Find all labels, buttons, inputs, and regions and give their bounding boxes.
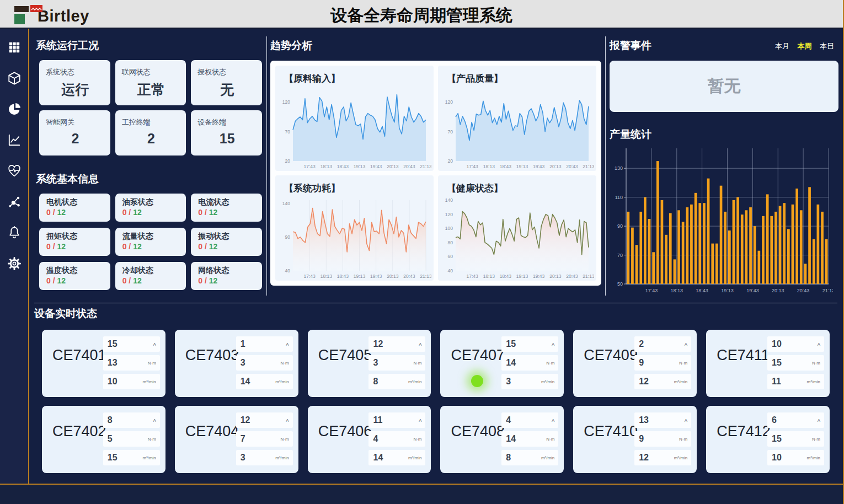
- info-card: 扭矩状态 0 / 12: [39, 228, 110, 256]
- device-name: CE7405: [318, 347, 372, 364]
- svg-text:120: 120: [445, 99, 453, 105]
- svg-text:21:13: 21:13: [583, 274, 594, 279]
- svg-text:40: 40: [448, 268, 453, 274]
- device-card[interactable]: CE7406 11 A 4 N·m 14 m³/min: [308, 406, 431, 473]
- info-card-value: 0 / 12: [122, 242, 186, 251]
- bell-icon[interactable]: [7, 225, 22, 240]
- device-value-row: 5 N·m: [103, 431, 160, 447]
- device-value-row: 6 A: [767, 412, 824, 428]
- device-card[interactable]: CE7405 12 A 3 N·m 8 m³/min: [308, 330, 431, 397]
- device-card[interactable]: CE7402 8 A 5 N·m 15 m³/min: [42, 406, 165, 473]
- device-unit: m³/min: [807, 455, 820, 460]
- info-card: 电流状态 0 / 12: [191, 194, 262, 222]
- alarm-filter-month[interactable]: 本月: [775, 42, 789, 50]
- system-info-grid: 电机状态 0 / 12 油泵状态 0 / 12 电流状态 0 / 12 扭矩状态…: [39, 194, 262, 290]
- alarm-filter-week[interactable]: 本周: [798, 42, 812, 50]
- info-total-count: 12: [133, 276, 142, 285]
- device-name: CE7412: [717, 423, 771, 440]
- cube-icon[interactable]: [7, 71, 22, 86]
- svg-text:110: 110: [615, 195, 623, 200]
- device-unit: N·m: [546, 361, 554, 366]
- info-card-value: 0 / 12: [46, 208, 110, 217]
- device-value-row: 14 N·m: [501, 431, 558, 447]
- svg-text:70: 70: [617, 253, 623, 258]
- raw-input-chart: 207012017:4318:1318:4319:1319:4320:1320:…: [277, 87, 431, 170]
- device-unit: A: [552, 342, 554, 347]
- info-card: 振动状态 0 / 12: [191, 228, 262, 256]
- alarm-empty-text: 暂无: [708, 75, 741, 98]
- device-value-row: 9 N·m: [634, 431, 691, 447]
- device-value: 14: [373, 453, 383, 463]
- svg-text:90: 90: [617, 223, 623, 229]
- info-card-label: 电流状态: [198, 197, 262, 207]
- device-value: 13: [108, 358, 117, 368]
- device-grid: CE7401 15 A 13 N·m 10 m³/min CE7403 1 A …: [34, 330, 837, 473]
- info-card-label: 电机状态: [46, 197, 110, 207]
- device-name: CE7403: [185, 347, 239, 364]
- health-status-chart: 40608010012014017:4318:1318:4319:1319:43…: [440, 197, 594, 280]
- grid-menu-icon[interactable]: [7, 40, 22, 55]
- device-card[interactable]: CE7409 2 A 9 N·m 12 m³/min: [573, 330, 697, 397]
- network-icon[interactable]: [7, 194, 22, 210]
- svg-text:50: 50: [617, 281, 623, 287]
- device-value: 14: [506, 434, 516, 444]
- svg-text:140: 140: [445, 197, 453, 203]
- info-card: 油泵状态 0 / 12: [115, 194, 186, 222]
- gear-icon[interactable]: [7, 256, 22, 271]
- alarm-empty-card: 暂无: [610, 61, 838, 112]
- device-value: 14: [241, 377, 250, 387]
- device-card[interactable]: CE7404 12 A 7 N·m 3 m³/min: [175, 406, 298, 473]
- svg-text:17:43: 17:43: [303, 164, 316, 169]
- device-unit: N·m: [413, 361, 421, 366]
- device-values: 13 A 9 N·m 12 m³/min: [634, 412, 691, 465]
- health-status-chart-cell: 【健康状态】 40608010012014017:4318:1318:4319:…: [438, 175, 596, 281]
- device-status-title: 设备实时状态: [34, 307, 837, 321]
- device-values: 6 A 15 N·m 10 m³/min: [767, 412, 824, 465]
- svg-text:20:13: 20:13: [387, 164, 399, 169]
- device-value: 9: [639, 434, 644, 444]
- app-root: Birtley 设备全寿命周期管理系统: [0, 0, 844, 504]
- device-card[interactable]: CE7412 6 A 15 N·m 10 m³/min: [706, 406, 830, 473]
- info-card: 冷却状态 0 / 12: [115, 262, 186, 290]
- info-card-value: 0 / 12: [198, 276, 262, 285]
- device-card[interactable]: CE7411 10 A 15 N·m 11 m³/min: [706, 330, 830, 397]
- svg-text:100: 100: [445, 226, 453, 231]
- device-unit: N·m: [546, 437, 554, 442]
- device-value-row: 14 m³/min: [368, 450, 425, 465]
- device-unit: m³/min: [142, 455, 156, 460]
- alarm-filter-day[interactable]: 本日: [820, 42, 834, 50]
- device-value: 8: [506, 453, 511, 463]
- device-value: 3: [373, 358, 378, 368]
- pie-chart-icon[interactable]: [7, 101, 22, 117]
- device-unit: N·m: [812, 361, 820, 366]
- device-unit: m³/min: [142, 379, 156, 384]
- health-pulse-icon[interactable]: [7, 163, 22, 179]
- svg-text:18:43: 18:43: [337, 164, 349, 169]
- device-card[interactable]: CE7410 13 A 9 N·m 12 m³/min: [573, 406, 697, 473]
- device-card[interactable]: CE7407 15 A 14 N·m 3 m³/min: [440, 330, 564, 397]
- product-quality-chart: 207012017:4318:1318:4319:1319:4320:1320:…: [440, 87, 594, 170]
- status-card-label: 系统状态: [46, 67, 105, 77]
- device-value: 12: [373, 339, 383, 349]
- device-value-row: 1 A: [236, 336, 293, 352]
- device-value: 13: [639, 415, 649, 425]
- line-chart-icon[interactable]: [7, 132, 22, 148]
- status-card-label: 授权状态: [197, 67, 257, 77]
- trend-panel: 趋势分析 【原料输入】 207012017:4318:1318:4319:131…: [270, 39, 601, 286]
- svg-text:20:13: 20:13: [387, 274, 399, 279]
- info-card-value: 0 / 12: [122, 276, 186, 285]
- device-unit: N·m: [679, 437, 687, 442]
- info-total-count: 12: [57, 242, 66, 251]
- info-total-count: 12: [57, 276, 66, 285]
- device-value: 15: [772, 358, 782, 368]
- device-card[interactable]: CE7403 1 A 3 N·m 14 m³/min: [175, 330, 298, 397]
- svg-text:80: 80: [448, 240, 453, 245]
- status-card: 设备终端 15: [191, 110, 262, 156]
- svg-text:20:43: 20:43: [566, 274, 578, 279]
- app-header: Birtley 设备全寿命周期管理系统: [0, 0, 843, 29]
- system-status-panel: 系统运行工况 系统状态 运行 联网状态 正常 授权状态 无 智能网关 2 工控终…: [36, 39, 265, 290]
- info-card: 电机状态 0 / 12: [39, 194, 110, 222]
- device-card[interactable]: CE7408 4 A 14 N·m 8 m³/min: [440, 406, 564, 473]
- device-card[interactable]: CE7401 15 A 13 N·m 10 m³/min: [42, 330, 165, 397]
- svg-text:18:43: 18:43: [500, 274, 512, 279]
